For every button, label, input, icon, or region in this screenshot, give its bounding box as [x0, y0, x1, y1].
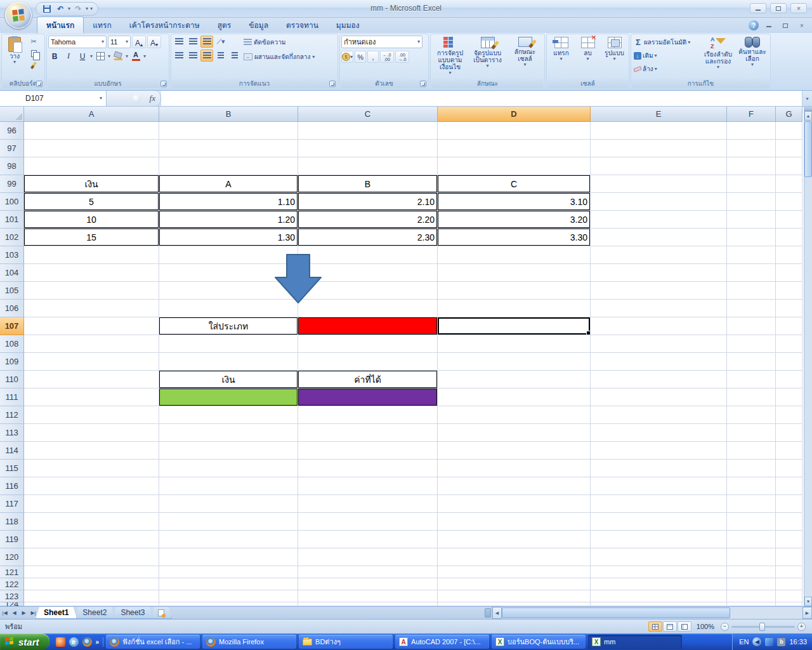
- cell-A120[interactable]: [24, 548, 159, 566]
- cell-A110[interactable]: [24, 371, 159, 388]
- shrink-font-button[interactable]: A▾: [147, 36, 161, 48]
- cell-A99[interactable]: เงิน: [24, 175, 159, 193]
- tab-แทรก[interactable]: แทรก: [84, 17, 120, 33]
- cell-D115[interactable]: [438, 460, 591, 477]
- borders-dropdown-icon[interactable]: ▾: [108, 54, 110, 59]
- find-select-button[interactable]: ค้นหาและเลือก▾: [736, 36, 769, 79]
- cell-E109[interactable]: [591, 353, 727, 371]
- cell-D98[interactable]: [438, 157, 591, 175]
- prev-sheet-icon[interactable]: ◀: [10, 607, 19, 619]
- cell-A114[interactable]: [24, 442, 159, 460]
- cell-B101[interactable]: 1.20: [159, 211, 298, 229]
- cell-D122[interactable]: [438, 578, 591, 590]
- increase-indent-button[interactable]: [228, 50, 241, 62]
- format-painter-button[interactable]: [27, 60, 40, 71]
- row-header-106[interactable]: 106: [0, 300, 24, 317]
- cell-C122[interactable]: [298, 578, 438, 590]
- tab-สูตร[interactable]: สูตร: [209, 17, 240, 33]
- cell-C117[interactable]: [298, 495, 438, 513]
- cell-C109[interactable]: [298, 353, 438, 371]
- cell-F98[interactable]: [727, 157, 776, 175]
- cell-B97[interactable]: [159, 140, 298, 157]
- sort-filter-button[interactable]: AZ เรียงลำดับและกรอง▾: [702, 36, 735, 79]
- cell-E98[interactable]: [591, 157, 727, 175]
- cell-G111[interactable]: [776, 388, 802, 406]
- cell-G115[interactable]: [776, 460, 802, 477]
- column-header-E[interactable]: E: [591, 107, 727, 122]
- cell-F110[interactable]: [727, 371, 776, 388]
- cell-B116[interactable]: [159, 477, 298, 495]
- zoom-out-button[interactable]: −: [721, 623, 729, 631]
- expand-formula-bar-icon[interactable]: ▾: [802, 91, 812, 106]
- cell-C114[interactable]: [298, 442, 438, 460]
- cell-F115[interactable]: [727, 460, 776, 477]
- number-dialog-launcher[interactable]: [420, 81, 426, 87]
- cell-A107[interactable]: [24, 317, 159, 335]
- scroll-left-icon[interactable]: ◀: [492, 607, 502, 619]
- cell-G124[interactable]: [776, 602, 802, 606]
- taskbar-window-Mozilla Firefox[interactable]: Mozilla Firefox: [202, 635, 296, 649]
- cell-D110[interactable]: [438, 371, 591, 388]
- align-middle-button[interactable]: [187, 36, 199, 48]
- cell-F112[interactable]: [727, 406, 776, 424]
- row-header-111[interactable]: 111: [0, 388, 24, 406]
- cell-B96[interactable]: [159, 122, 298, 140]
- hide-tray-icons-icon[interactable]: ◀: [752, 637, 761, 646]
- cell-E110[interactable]: [591, 371, 727, 388]
- cell-D120[interactable]: [438, 548, 591, 566]
- cell-C99[interactable]: B: [298, 175, 438, 193]
- zoom-level[interactable]: 100%: [697, 623, 714, 630]
- close-button[interactable]: ×: [790, 3, 807, 13]
- cell-C111[interactable]: [298, 388, 438, 406]
- cell-F99[interactable]: [727, 175, 776, 193]
- cell-G107[interactable]: [776, 317, 802, 335]
- row-header-115[interactable]: 115: [0, 460, 24, 477]
- cell-E122[interactable]: [591, 578, 727, 590]
- sheet-tab-Sheet3[interactable]: Sheet3: [112, 607, 153, 619]
- cell-G106[interactable]: [776, 300, 802, 317]
- cell-E105[interactable]: [591, 282, 727, 300]
- cell-G119[interactable]: [776, 531, 802, 548]
- cell-E104[interactable]: [591, 264, 727, 282]
- cell-B114[interactable]: [159, 442, 298, 460]
- cell-G114[interactable]: [776, 442, 802, 460]
- fill-color-dropdown-icon[interactable]: ▾: [126, 54, 128, 59]
- name-box[interactable]: D107▾: [0, 91, 107, 106]
- row-header-114[interactable]: 114: [0, 442, 24, 460]
- cell-G100[interactable]: [776, 193, 802, 211]
- cell-F111[interactable]: [727, 388, 776, 406]
- cell-G117[interactable]: [776, 495, 802, 513]
- cell-E117[interactable]: [591, 495, 727, 513]
- cell-D119[interactable]: [438, 531, 591, 548]
- insert-cells-button[interactable]: แทรก▾: [549, 36, 574, 79]
- cell-B111[interactable]: [159, 388, 298, 406]
- cell-A121[interactable]: [24, 566, 159, 578]
- cell-C98[interactable]: [298, 157, 438, 175]
- cell-G113[interactable]: [776, 424, 802, 442]
- cell-B109[interactable]: [159, 353, 298, 371]
- cell-G102[interactable]: [776, 229, 802, 246]
- cell-D114[interactable]: [438, 442, 591, 460]
- cell-F108[interactable]: [727, 335, 776, 353]
- vertical-scrollbar[interactable]: ▲ ▼: [804, 107, 812, 606]
- fill-color-button[interactable]: [112, 51, 124, 62]
- row-header-107[interactable]: 107: [0, 317, 24, 335]
- taskbar-window-บอร์นBOQ-ต้นแบบบริ...[interactable]: Xบอร์นBOQ-ต้นแบบบริ...: [492, 635, 586, 649]
- cell-B117[interactable]: [159, 495, 298, 513]
- cell-A97[interactable]: [24, 140, 159, 157]
- workbook-minimize-button[interactable]: [763, 21, 775, 30]
- cell-A116[interactable]: [24, 477, 159, 495]
- cell-A102[interactable]: 15: [24, 229, 159, 246]
- tray-app-icon[interactable]: b: [777, 638, 785, 646]
- row-header-117[interactable]: 117: [0, 495, 24, 513]
- tab-เค้าโครงหน้ากระดาษ[interactable]: เค้าโครงหน้ากระดาษ: [121, 17, 209, 33]
- fx-icon[interactable]: fx: [150, 93, 155, 103]
- vertical-split-box[interactable]: [804, 107, 812, 111]
- cell-F96[interactable]: [727, 122, 776, 140]
- cell-F124[interactable]: [727, 602, 776, 606]
- minimize-button[interactable]: [750, 3, 766, 13]
- cell-F109[interactable]: [727, 353, 776, 371]
- sheet-tab-Sheet2[interactable]: Sheet2: [74, 607, 115, 619]
- office-button[interactable]: [5, 2, 32, 29]
- cell-G109[interactable]: [776, 353, 802, 371]
